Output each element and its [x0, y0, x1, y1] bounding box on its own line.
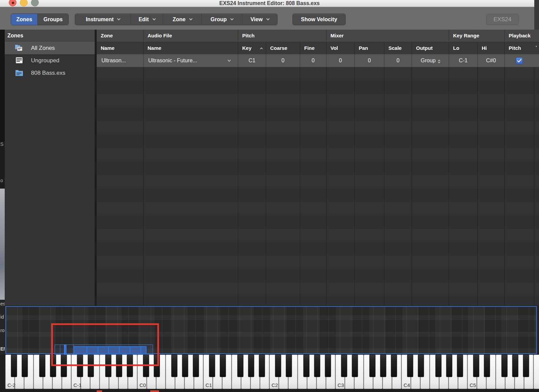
black-key[interactable]: [22, 355, 28, 377]
annotation-red-dash: [97, 390, 102, 392]
sidebar-item-all-zones[interactable]: All Zones: [5, 42, 95, 54]
black-key[interactable]: [248, 355, 254, 377]
menu-zone[interactable]: Zone: [163, 14, 201, 25]
group-header-mixer: Mixer: [326, 30, 449, 42]
black-key[interactable]: [314, 355, 320, 377]
tab-zones[interactable]: Zones: [11, 14, 37, 25]
show-velocity-button[interactable]: Show Velocity: [292, 13, 346, 25]
column-header-zone-name[interactable]: Name: [97, 42, 143, 54]
cell-zone-name[interactable]: Ultrason...: [97, 54, 143, 67]
cell-pan[interactable]: 0: [354, 54, 384, 67]
zone-table-body[interactable]: [97, 67, 539, 305]
octave-label: C2: [272, 382, 278, 388]
cell-scale[interactable]: 0: [384, 54, 412, 67]
black-key[interactable]: [502, 355, 507, 377]
output-stepper-icon[interactable]: [438, 59, 440, 63]
black-key[interactable]: [436, 355, 441, 377]
black-key[interactable]: [193, 355, 199, 377]
chevron-down-icon: [152, 17, 156, 21]
table-column-divider: [326, 67, 326, 305]
black-key[interactable]: [182, 355, 188, 377]
audio-file-name: Ultrasonic - Future...: [148, 58, 197, 64]
octave-label: C-1: [73, 382, 82, 388]
black-key[interactable]: [220, 355, 226, 377]
cell-fine[interactable]: 0: [300, 54, 326, 67]
black-key[interactable]: [325, 355, 331, 377]
menu-edit[interactable]: Edit: [131, 14, 163, 25]
audio-file-dropdown-icon[interactable]: [228, 58, 231, 62]
column-header-label: Fine: [304, 45, 315, 51]
black-key[interactable]: [286, 355, 292, 377]
keyboard-bottom-strip: [0, 389, 539, 392]
black-key[interactable]: [418, 355, 424, 377]
octave-label: C3: [338, 382, 344, 388]
cell-hi[interactable]: C#0: [477, 54, 504, 67]
black-key[interactable]: [209, 355, 215, 377]
column-header-pan[interactable]: Pan: [354, 42, 384, 54]
pitch-checkbox[interactable]: [516, 57, 523, 64]
background-text-fragment: ro: [0, 328, 4, 333]
menu-view[interactable]: View: [242, 14, 277, 25]
black-key[interactable]: [407, 355, 413, 377]
sidebar-item-ungrouped[interactable]: Ungrouped: [5, 54, 95, 67]
cell-coarse[interactable]: 0: [266, 54, 300, 67]
black-key[interactable]: [304, 355, 309, 377]
cell-lo[interactable]: C-1: [449, 54, 477, 67]
black-key[interactable]: [391, 355, 397, 377]
exs24-instrument-editor-window: EXS24 Instrument Editor: 808 Bass.exs Zo…: [0, 0, 539, 392]
menu-instrument[interactable]: Instrument: [75, 14, 131, 25]
annotation-red-dash: [150, 390, 159, 392]
black-key[interactable]: [237, 355, 243, 377]
white-key[interactable]: [534, 355, 539, 389]
column-header-scale[interactable]: Scale: [384, 42, 412, 54]
window-title: EXS24 Instrument Editor: 808 Bass.exs: [0, 0, 539, 7]
column-header-key[interactable]: Key: [238, 42, 266, 54]
tab-groups[interactable]: Groups: [37, 14, 68, 25]
column-header-playback-pitch[interactable]: Pitch: [504, 42, 534, 54]
column-header-lo[interactable]: Lo: [449, 42, 477, 54]
sort-ascending-icon: [260, 47, 263, 50]
octave-label: C-2: [7, 382, 15, 388]
cell-audio-file[interactable]: Ultrasonic - Future...: [143, 54, 238, 67]
sidebar-header: Zones: [5, 30, 95, 42]
black-key[interactable]: [380, 355, 386, 377]
column-header-hi[interactable]: Hi: [477, 42, 504, 54]
cell-key[interactable]: C1: [238, 54, 266, 67]
black-key[interactable]: [523, 355, 529, 377]
table-column-divider: [300, 67, 300, 305]
sidebar-item-808-bass[interactable]: 808 Bass.exs: [5, 67, 95, 79]
column-header-fine[interactable]: Fine: [300, 42, 326, 54]
black-key[interactable]: [39, 355, 45, 377]
group-header-audio-file: Audio File: [143, 30, 238, 42]
black-key[interactable]: [11, 355, 17, 377]
black-key[interactable]: [259, 355, 265, 377]
black-key[interactable]: [275, 355, 281, 377]
cell-pitch-enabled: [504, 54, 534, 67]
group-header-zone: Zone: [97, 30, 143, 42]
black-key[interactable]: [484, 355, 490, 377]
black-key[interactable]: [171, 355, 177, 377]
column-header-coarse[interactable]: Coarse: [266, 42, 300, 54]
menu-edit-label: Edit: [138, 17, 149, 23]
black-key[interactable]: [512, 355, 518, 377]
window-edge-strip: [534, 0, 539, 30]
black-key[interactable]: [370, 355, 375, 377]
cell-output[interactable]: Group: [412, 54, 449, 67]
cell-vol[interactable]: 0: [326, 54, 354, 67]
black-key[interactable]: [446, 355, 452, 377]
zones-sidebar: Zones All Zones Ungro: [5, 30, 95, 305]
column-header-audio-name[interactable]: Name: [143, 42, 238, 54]
black-key[interactable]: [457, 355, 463, 377]
column-header-label: Pan: [359, 45, 368, 51]
black-key[interactable]: [352, 355, 358, 377]
black-key[interactable]: [341, 355, 347, 377]
column-header-output[interactable]: Output: [412, 42, 449, 54]
exs24-badge: EXS24: [486, 14, 519, 25]
zones-groups-segmented-control: Zones Groups: [11, 13, 69, 25]
background-text-fragment: o: [0, 178, 3, 183]
column-header-vol[interactable]: Vol: [326, 42, 354, 54]
table-column-divider: [412, 67, 412, 305]
black-key[interactable]: [473, 355, 479, 377]
menu-group[interactable]: Group: [201, 14, 242, 25]
title-bar: EXS24 Instrument Editor: 808 Bass.exs: [0, 0, 539, 7]
